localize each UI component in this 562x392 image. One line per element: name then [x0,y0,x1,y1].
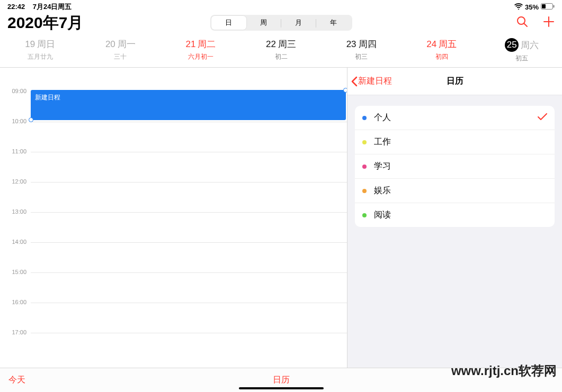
wifi-icon [514,3,523,11]
panel-header: 新建日程 日历 [347,68,562,95]
calendar-list: 个人工作学习娱乐阅读 [355,106,555,227]
hour-label: 13:00 [0,208,31,215]
calendar-item[interactable]: 学习 [355,154,555,179]
event-block[interactable]: 新建日程 [31,90,346,120]
day-main: 23 周四 [346,38,377,50]
watermark: www.rjtj.cn软荐网 [451,362,557,379]
hour-row: 14:00 [0,239,347,245]
calendars-button[interactable]: 日历 [273,375,290,386]
hour-label: 10:00 [0,118,31,124]
calendar-color-dot [362,165,367,169]
status-right: 35% [514,3,555,11]
panel-title: 日历 [447,76,463,87]
hour-line [31,242,347,243]
calendar-color-dot [362,116,367,120]
calendar-label: 学习 [374,161,391,172]
day-sub: 五月廿九 [28,52,53,61]
day-column[interactable]: 24 周五初四 [402,38,482,63]
hour-label: 15:00 [0,269,31,275]
calendar-item[interactable]: 阅读 [355,203,555,227]
hour-label: 16:00 [0,299,31,305]
hour-line [31,182,347,183]
calendar-picker-panel: 新建日程 日历 个人工作学习娱乐阅读 [347,68,562,370]
day-main: 24 周五 [426,38,457,50]
hour-line [31,122,347,122]
header: 2020年7月 日 周 月 年 [0,13,562,36]
chevron-left-icon [351,76,358,87]
day-main: 21 周二 [185,38,216,50]
hour-label: 14:00 [0,239,31,245]
day-sub: 初三 [355,52,368,61]
hour-row: 17:00 [0,329,347,335]
hour-label: 12:00 [0,178,31,185]
body-area: 17:0016:0015:0014:0013:0012:0011:0010:00… [0,68,562,370]
battery-percent: 35% [525,3,539,11]
panel-back-label: 新建日程 [358,76,392,87]
status-date: 7月24日周五 [33,3,72,11]
segment-day[interactable]: 日 [211,16,246,30]
segment-week[interactable]: 周 [246,16,281,30]
segment-month[interactable]: 月 [281,16,316,30]
day-sub: 六月初一 [188,52,213,61]
month-title: 2020年7月 [7,12,83,34]
day-column[interactable]: 21 周二六月初一 [160,38,241,63]
checkmark-icon [538,113,547,123]
event-resize-handle-bottom[interactable] [29,117,33,122]
svg-rect-1 [542,4,546,8]
hour-line [31,333,347,333]
day-column[interactable]: 20 周一三十 [81,38,161,63]
calendar-color-dot [362,140,367,144]
battery-icon [541,3,555,11]
day-main: 22 周三 [266,38,296,50]
day-column[interactable]: 22 周三初二 [241,38,322,63]
calendar-item[interactable]: 娱乐 [355,179,555,203]
hour-row: 13:00 [0,208,347,215]
add-icon[interactable] [543,16,555,30]
hour-line [31,272,347,273]
status-time: 22:42 [7,3,25,11]
day-sub: 初四 [435,52,448,61]
calendar-item[interactable]: 个人 [355,106,555,130]
status-left: 22:42 7月24日周五 [7,2,72,12]
segment-year[interactable]: 年 [316,16,351,30]
hour-row: 16:00 [0,299,347,305]
view-segmented-control[interactable]: 日 周 月 年 [210,15,352,31]
event-title: 新建日程 [35,94,60,101]
hour-row: 15:00 [0,269,347,275]
hour-line [31,212,347,213]
svg-line-4 [524,24,528,27]
search-icon[interactable] [516,16,528,30]
hour-row: 11:00 [0,148,347,154]
panel-back-button[interactable]: 新建日程 [347,76,392,87]
day-timeline[interactable]: 17:0016:0015:0014:0013:0012:0011:0010:00… [0,68,347,370]
day-main: 25 周六 [505,38,539,52]
day-sub: 初五 [515,54,528,63]
day-main: 19 周日 [25,38,55,50]
calendar-color-dot [362,189,367,193]
calendar-label: 工作 [374,136,391,148]
day-main: 20 周一 [105,38,136,50]
day-sub: 初二 [275,52,288,61]
hour-line [31,303,347,303]
calendar-label: 娱乐 [374,185,391,196]
status-bar: 22:42 7月24日周五 35% [0,0,562,13]
svg-rect-2 [554,5,555,7]
hour-line [31,152,347,152]
week-day-row: 19 周日五月廿九20 周一三十21 周二六月初一22 周三初二23 周四初三2… [0,36,562,68]
calendar-item[interactable]: 工作 [355,130,555,154]
hour-label: 09:00 [0,88,31,94]
hour-row: 12:00 [0,178,347,185]
calendar-label: 个人 [374,112,391,123]
day-sub: 三十 [114,52,127,61]
hour-label: 17:00 [0,329,31,335]
calendar-color-dot [362,213,367,217]
home-indicator[interactable] [239,387,324,389]
day-column[interactable]: 25 周六初五 [481,38,562,63]
hour-label: 11:00 [0,148,31,154]
day-column[interactable]: 19 周日五月廿九 [0,38,81,63]
today-button[interactable]: 今天 [8,375,25,386]
event-resize-handle-top[interactable] [343,88,347,93]
day-column[interactable]: 23 周四初三 [321,38,402,63]
calendar-label: 阅读 [374,209,391,221]
